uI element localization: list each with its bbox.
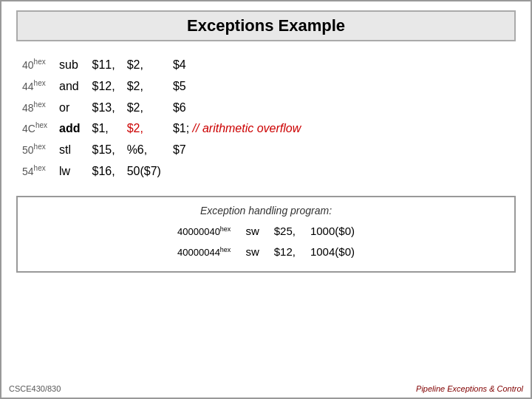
instr-arg3: $1; // arithmetic overflow bbox=[167, 118, 307, 140]
instr-arg1: $16, bbox=[86, 161, 120, 183]
instr-arg1: $1, bbox=[86, 118, 120, 140]
slide-title: Exceptions Example bbox=[187, 16, 345, 35]
main-content: 40hexsub$11,$2,$444hexand$12,$2,$548hexo… bbox=[16, 55, 516, 183]
exc-instr: sw bbox=[238, 242, 266, 262]
instr-arg1: $12, bbox=[86, 76, 120, 98]
table-row: 48hexor$13,$2,$6 bbox=[16, 98, 307, 119]
table-row: 40hexsub$11,$2,$4 bbox=[16, 55, 307, 76]
exc-addr: 40000040hex bbox=[170, 221, 238, 242]
instr-arg2: $2, bbox=[121, 55, 167, 76]
exc-arg2: 1004($0) bbox=[303, 242, 362, 262]
instr-addr: 44hex bbox=[16, 76, 53, 98]
exception-title: Exception handling program: bbox=[30, 205, 502, 216]
footer-right: Pipeline Exceptions & Control bbox=[416, 384, 523, 393]
exc-arg1: $12, bbox=[267, 242, 303, 262]
footer-left: CSCE430/830 bbox=[9, 384, 61, 393]
instr-addr: 40hex bbox=[16, 55, 53, 76]
table-row: 44hexand$12,$2,$5 bbox=[16, 76, 307, 98]
instr-arg2: $2, bbox=[121, 76, 167, 98]
code-table: 40hexsub$11,$2,$444hexand$12,$2,$548hexo… bbox=[16, 55, 307, 183]
instr-addr: 4Chex bbox=[16, 118, 53, 140]
instr-arg2: $2, bbox=[121, 98, 167, 119]
footer: CSCE430/830 Pipeline Exceptions & Contro… bbox=[9, 384, 523, 393]
instr-mnemonic: or bbox=[53, 98, 86, 119]
instr-arg1: $15, bbox=[86, 140, 120, 161]
exc-arg1: $25, bbox=[267, 221, 303, 242]
exc-addr: 40000044hex bbox=[170, 242, 238, 262]
slide-container: Exceptions Example 40hexsub$11,$2,$444he… bbox=[0, 0, 532, 399]
table-row: 50hexstl$15,%6,$7 bbox=[16, 140, 307, 161]
instr-arg2: 50($7) bbox=[121, 161, 167, 183]
instr-arg2: $2, bbox=[121, 118, 167, 140]
instr-arg1: $11, bbox=[86, 55, 120, 76]
exception-row: 40000044hexsw$12,1004($0) bbox=[170, 242, 362, 262]
exception-row: 40000040hexsw$25,1000($0) bbox=[170, 221, 362, 242]
instr-addr: 48hex bbox=[16, 98, 53, 119]
instr-mnemonic: add bbox=[53, 118, 86, 140]
instr-mnemonic: stl bbox=[53, 140, 86, 161]
instr-arg3: $7 bbox=[167, 140, 307, 161]
instr-arg3: $6 bbox=[167, 98, 307, 119]
instr-arg2: %6, bbox=[121, 140, 167, 161]
table-row: 4Chexadd$1,$2,$1; // arithmetic overflow bbox=[16, 118, 307, 140]
instr-mnemonic: sub bbox=[53, 55, 86, 76]
instr-arg3: $5 bbox=[167, 76, 307, 98]
exception-section: Exception handling program: 40000040hexs… bbox=[16, 196, 516, 273]
instr-arg1: $13, bbox=[86, 98, 120, 119]
instr-addr: 54hex bbox=[16, 161, 53, 183]
instr-mnemonic: and bbox=[53, 76, 86, 98]
instr-addr: 50hex bbox=[16, 140, 53, 161]
instr-arg3: $4 bbox=[167, 55, 307, 76]
title-bar: Exceptions Example bbox=[16, 10, 516, 41]
instr-arg3 bbox=[167, 161, 307, 183]
instr-mnemonic: lw bbox=[53, 161, 86, 183]
exc-instr: sw bbox=[238, 221, 266, 242]
table-row: 54hexlw$16,50($7) bbox=[16, 161, 307, 183]
exception-table: 40000040hexsw$25,1000($0)40000044hexsw$1… bbox=[170, 221, 362, 262]
exc-arg2: 1000($0) bbox=[303, 221, 362, 242]
